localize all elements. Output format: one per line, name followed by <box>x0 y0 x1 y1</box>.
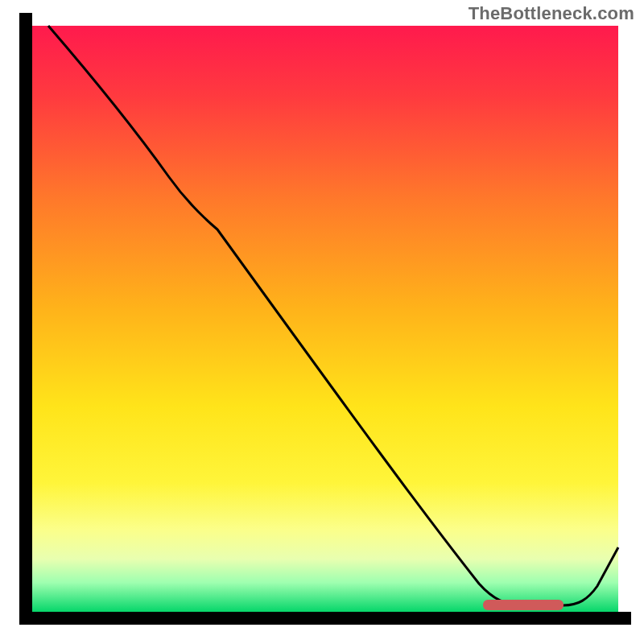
optimal-range-marker <box>483 600 564 610</box>
y-axis <box>19 13 32 625</box>
chart-container: TheBottleneck.com <box>0 0 644 644</box>
x-axis <box>19 612 631 625</box>
bottleneck-chart <box>0 0 644 644</box>
